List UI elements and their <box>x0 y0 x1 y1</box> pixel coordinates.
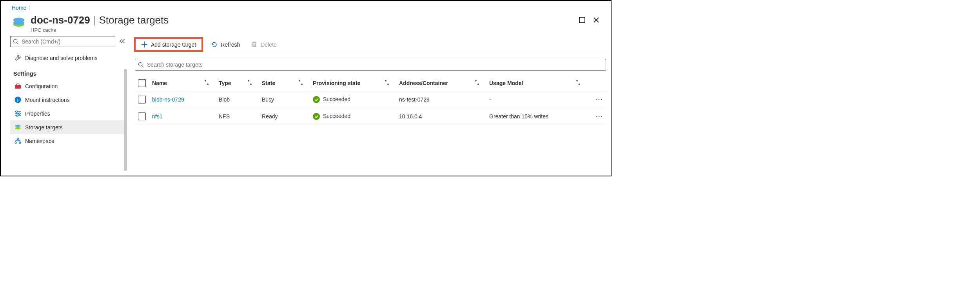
sidebar-item-label: Properties <box>25 111 50 117</box>
svg-point-19 <box>17 138 19 140</box>
svg-line-5 <box>17 43 18 44</box>
plus-icon <box>141 41 148 48</box>
cell-state: Ready <box>259 108 310 125</box>
trash-icon <box>251 41 258 48</box>
page-header: doc-ns-0729 | Storage targets HPC cache <box>1 13 611 36</box>
search-icon <box>13 39 19 45</box>
sidebar-item-label: Storage targets <box>25 124 63 131</box>
column-header-address[interactable]: Address/Container <box>396 75 486 91</box>
select-all-checkbox[interactable] <box>138 79 146 87</box>
filter-input[interactable] <box>135 59 606 71</box>
sort-icon <box>575 80 581 87</box>
svg-point-17 <box>15 125 21 127</box>
sidebar-item-mount[interactable]: Mount instructions <box>10 93 125 107</box>
cell-usage: - <box>486 91 587 108</box>
column-header-state[interactable]: State <box>259 75 310 91</box>
table-row[interactable]: blob-ns-0729 Blob Busy Succeeded ns-test… <box>135 91 606 108</box>
column-header-type[interactable]: Type <box>216 75 259 91</box>
svg-rect-7 <box>16 84 19 85</box>
svg-rect-6 <box>15 85 21 89</box>
cell-address: ns-test-0729 <box>396 91 486 108</box>
cell-type: Blob <box>216 91 259 108</box>
storage-target-link[interactable]: blob-ns-0729 <box>152 96 184 103</box>
collapse-sidebar-icon[interactable] <box>119 38 125 45</box>
sidebar-item-properties[interactable]: Properties <box>10 107 125 120</box>
svg-point-18 <box>15 127 21 129</box>
scrollbar[interactable] <box>124 69 127 171</box>
resource-name: doc-ns-0729 <box>31 14 90 26</box>
wrench-icon <box>15 54 21 61</box>
svg-point-14 <box>18 113 20 114</box>
toolbar-label: Add storage target <box>151 42 196 48</box>
add-storage-target-button[interactable]: Add storage target <box>134 37 203 52</box>
row-checkbox[interactable] <box>138 112 146 120</box>
sort-icon <box>204 80 209 87</box>
page-title: doc-ns-0729 | Storage targets <box>31 14 579 26</box>
main-pane: Add storage target Refresh Delete <box>125 36 611 171</box>
resource-type-subtitle: HPC cache <box>31 27 579 33</box>
svg-point-16 <box>16 115 18 116</box>
sidebar-section-settings: Settings <box>10 65 125 79</box>
refresh-button[interactable]: Refresh <box>205 38 245 51</box>
sidebar-item-label: Configuration <box>25 83 58 89</box>
chevron-right-icon: 〉 <box>29 5 33 11</box>
svg-point-21 <box>19 142 21 143</box>
sliders-icon <box>15 110 21 117</box>
svg-rect-3 <box>579 17 585 23</box>
cell-address: 10.16.0.4 <box>396 108 486 125</box>
sidebar-item-configuration[interactable]: Configuration <box>10 79 125 93</box>
cell-provisioning: Succeeded <box>310 108 396 125</box>
info-icon <box>15 96 21 103</box>
sort-icon <box>298 80 303 87</box>
sort-icon <box>474 80 480 87</box>
breadcrumb-home[interactable]: Home <box>12 5 26 11</box>
row-more-button[interactable]: ··· <box>587 108 606 125</box>
toolbar-label: Delete <box>261 42 276 48</box>
table-row[interactable]: nfs1 NFS Ready Succeeded 10.16.0.4 Great… <box>135 108 606 125</box>
column-header-provisioning[interactable]: Provisioning state <box>310 75 396 91</box>
delete-button: Delete <box>245 38 282 51</box>
search-icon <box>138 62 144 68</box>
sort-icon <box>384 80 390 87</box>
storage-icon <box>15 124 21 131</box>
column-header-usage[interactable]: Usage Model <box>486 75 587 91</box>
row-checkbox[interactable] <box>138 96 146 103</box>
svg-point-2 <box>13 20 24 25</box>
sidebar: Diagnose and solve problems Settings Con… <box>1 36 125 171</box>
success-icon <box>313 113 320 120</box>
toolbar: Add storage target Refresh Delete <box>135 36 606 53</box>
svg-point-20 <box>15 142 16 143</box>
section-title: Storage targets <box>99 14 169 26</box>
svg-point-4 <box>13 39 17 43</box>
sidebar-item-label: Mount instructions <box>25 97 70 103</box>
storage-target-link[interactable]: nfs1 <box>152 113 162 120</box>
sidebar-search-input[interactable] <box>10 36 115 47</box>
svg-point-24 <box>138 62 142 66</box>
column-header-name[interactable]: Name <box>149 75 216 91</box>
storage-targets-table: Name Type State Provisioning state <box>135 75 606 125</box>
hierarchy-icon <box>15 138 21 144</box>
cell-type: NFS <box>216 108 259 125</box>
svg-point-12 <box>16 111 17 112</box>
cell-provisioning: Succeeded <box>310 91 396 108</box>
close-icon[interactable] <box>593 16 600 25</box>
sidebar-item-namespace[interactable]: Namespace <box>10 134 125 148</box>
refresh-icon <box>211 41 218 48</box>
sidebar-item-label: Diagnose and solve problems <box>25 55 97 61</box>
sidebar-item-diagnose[interactable]: Diagnose and solve problems <box>10 51 125 65</box>
success-icon <box>313 96 320 103</box>
cell-state: Busy <box>259 91 310 108</box>
svg-line-25 <box>142 66 143 67</box>
hpc-cache-icon <box>12 16 26 30</box>
toolbox-icon <box>15 83 21 89</box>
svg-rect-10 <box>18 98 18 98</box>
sidebar-item-label: Namespace <box>25 138 54 144</box>
row-more-button[interactable]: ··· <box>587 91 606 108</box>
sort-icon <box>247 80 252 87</box>
toolbar-label: Refresh <box>221 42 240 48</box>
sidebar-item-storage-targets[interactable]: Storage targets <box>10 120 125 134</box>
breadcrumb: Home 〉 <box>1 1 611 13</box>
svg-rect-9 <box>18 99 18 102</box>
maximize-icon[interactable] <box>579 16 586 25</box>
cell-usage: Greater than 15% writes <box>486 108 587 125</box>
